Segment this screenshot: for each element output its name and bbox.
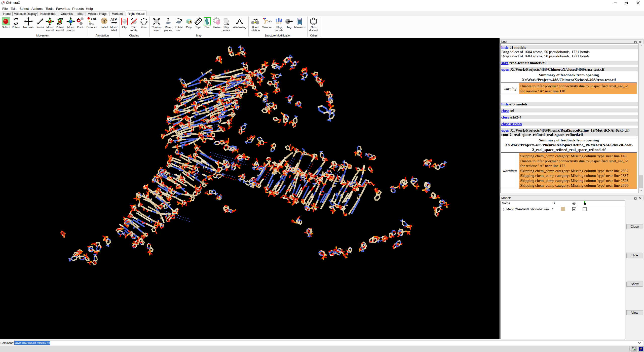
svg-text:ATP: ATP [110, 17, 117, 21]
svg-text:2.3Å: 2.3Å [91, 18, 97, 21]
svg-text:8: 8 [103, 21, 105, 24]
svg-text:ASN: ASN [268, 20, 272, 23]
svg-text:ALA: ALA [102, 18, 107, 21]
